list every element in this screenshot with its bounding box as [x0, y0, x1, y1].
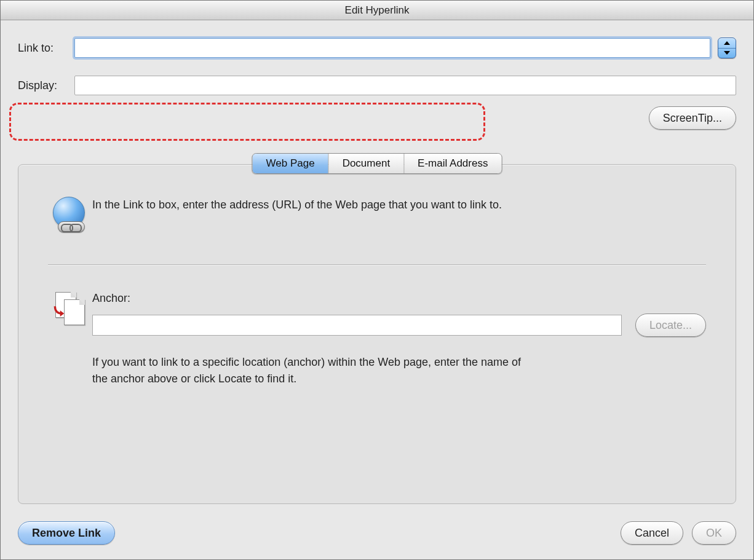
- document-swap-icon: [48, 292, 92, 326]
- edit-hyperlink-dialog: Edit Hyperlink Link to: Display: ScreenT…: [0, 0, 754, 560]
- stepper-up-icon[interactable]: [718, 38, 736, 49]
- tab-label: Document: [343, 157, 390, 170]
- link-to-row: Link to:: [18, 37, 736, 58]
- tab-document[interactable]: Document: [329, 154, 404, 173]
- cancel-button[interactable]: Cancel: [621, 521, 683, 545]
- dialog-title: Edit Hyperlink: [345, 4, 410, 17]
- cancel-label: Cancel: [635, 527, 669, 540]
- locate-button[interactable]: Locate...: [635, 314, 706, 337]
- tab-label: Web Page: [266, 157, 315, 170]
- tab-email-address[interactable]: E-mail Address: [404, 154, 501, 173]
- globe-link-icon: [48, 197, 92, 231]
- screentip-row: ScreenTip...: [18, 106, 736, 130]
- link-to-label: Link to:: [18, 42, 74, 55]
- screentip-button[interactable]: ScreenTip...: [649, 106, 736, 130]
- link-type-tabs: Web Page Document E-mail Address: [252, 153, 502, 174]
- anchor-label: Anchor:: [92, 292, 706, 305]
- anchor-hint-text: If you want to link to a specific locati…: [92, 354, 523, 387]
- tab-web-page[interactable]: Web Page: [253, 154, 329, 173]
- web-page-panel-body: In the Link to box, enter the address (U…: [18, 164, 736, 504]
- url-hint-row: In the Link to box, enter the address (U…: [48, 197, 706, 231]
- display-input[interactable]: [74, 76, 736, 95]
- anchor-section: Anchor: Locate... If you want to link to…: [48, 292, 706, 387]
- screentip-label: ScreenTip...: [663, 112, 722, 125]
- remove-link-button[interactable]: Remove Link: [18, 521, 115, 545]
- url-hint-text: In the Link to box, enter the address (U…: [92, 197, 502, 213]
- link-type-panel: Web Page Document E-mail Address: [18, 164, 736, 504]
- display-row: Display:: [18, 76, 736, 95]
- ok-label: OK: [706, 527, 722, 540]
- anchor-input-row: Locate...: [92, 314, 706, 337]
- locate-label: Locate...: [649, 319, 692, 332]
- dialog-titlebar: Edit Hyperlink: [1, 1, 753, 20]
- ok-button[interactable]: OK: [692, 521, 736, 545]
- tab-label: E-mail Address: [418, 157, 488, 170]
- panel-divider: [48, 264, 706, 265]
- remove-link-label: Remove Link: [32, 527, 101, 540]
- dialog-content: Link to: Display: ScreenTip... Web Page: [1, 20, 753, 515]
- dialog-button-bar: Remove Link Cancel OK: [1, 515, 753, 559]
- anchor-input[interactable]: [92, 315, 622, 336]
- link-history-stepper[interactable]: [718, 37, 736, 58]
- link-to-input[interactable]: [74, 38, 710, 58]
- stepper-down-icon[interactable]: [718, 49, 736, 58]
- display-label: Display:: [18, 79, 74, 92]
